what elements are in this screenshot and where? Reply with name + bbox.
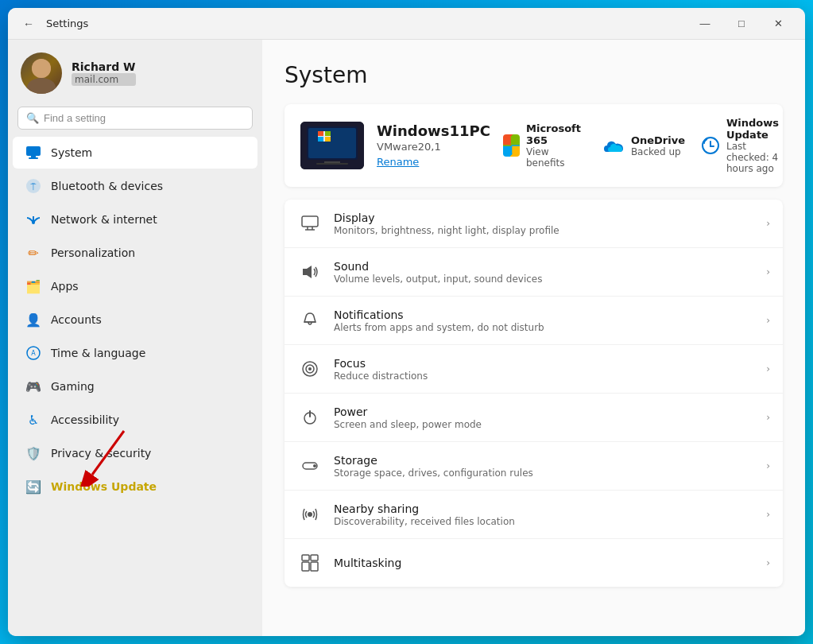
svg-point-40	[313, 464, 316, 467]
notifications-title: Notifications	[334, 308, 755, 321]
accessibility-icon: ♿	[25, 412, 41, 428]
svg-point-2	[32, 59, 51, 78]
focus-title: Focus	[334, 357, 755, 370]
sidebar-item-privacy[interactable]: 🛡️ Privacy & security	[13, 437, 257, 469]
search-icon: 🔍	[26, 112, 39, 124]
svg-rect-23	[503, 137, 511, 145]
multitasking-title: Multitasking	[334, 557, 755, 569]
user-name: Richard W	[72, 60, 136, 73]
svg-point-36	[308, 367, 312, 370]
settings-item-focus[interactable]: Focus Reduce distractions ›	[285, 345, 783, 394]
display-sub: Monitors, brightness, night light, displ…	[334, 225, 755, 236]
nearby-icon	[297, 502, 323, 527]
storage-sub: Storage space, drives, configuration rul…	[334, 467, 755, 479]
settings-item-sound[interactable]: Sound Volume levels, output, input, soun…	[285, 248, 783, 297]
onedrive-service[interactable]: OneDrive Backed up	[602, 117, 685, 174]
svg-rect-45	[311, 562, 318, 571]
display-chevron: ›	[766, 218, 770, 229]
svg-rect-18	[325, 131, 331, 136]
pc-info-card: Windows11PC VMware20,1 Rename	[285, 104, 783, 187]
sidebar-item-apps[interactable]: 🗂️ Apps	[13, 270, 257, 302]
notifications-chevron: ›	[766, 315, 770, 326]
sidebar-label-accessibility: Accessibility	[51, 413, 119, 426]
power-chevron: ›	[766, 412, 770, 423]
search-box[interactable]: 🔍	[17, 107, 253, 130]
focus-icon	[297, 356, 323, 382]
minimize-button[interactable]: —	[687, 11, 722, 37]
svg-rect-25	[503, 146, 511, 154]
multitasking-text: Multitasking	[334, 557, 755, 570]
onedrive-sub: Backed up	[631, 146, 685, 157]
winupdate-icon: 🔄	[25, 479, 41, 495]
settings-item-notifications[interactable]: Notifications Alerts from apps and syste…	[285, 297, 783, 345]
sidebar-item-system[interactable]: System	[13, 137, 257, 169]
notifications-icon	[297, 308, 323, 333]
focus-text: Focus Reduce distractions	[334, 357, 755, 382]
onedrive-icon	[602, 134, 625, 157]
sidebar-item-accessibility[interactable]: ♿ Accessibility	[13, 404, 257, 436]
ms365-service[interactable]: Microsoft 365 View benefits	[503, 117, 587, 174]
time-icon: A	[25, 345, 41, 361]
sidebar-label-personalization: Personalization	[51, 246, 135, 259]
rename-link[interactable]: Rename	[377, 156, 419, 168]
sidebar-item-time[interactable]: A Time & language	[13, 337, 257, 369]
main-content: System	[262, 40, 805, 636]
svg-text:⍑: ⍑	[30, 180, 37, 192]
svg-rect-43	[311, 555, 318, 561]
nearby-chevron: ›	[766, 509, 770, 520]
window-title: Settings	[46, 17, 88, 29]
ms365-icon	[503, 134, 520, 157]
pc-services: Microsoft 365 View benefits OneDri	[503, 117, 782, 174]
focus-chevron: ›	[766, 363, 770, 374]
user-email: mail.com	[72, 73, 136, 86]
svg-rect-21	[324, 161, 340, 163]
settings-item-display[interactable]: Display Monitors, brightness, night ligh…	[285, 200, 783, 248]
settings-item-nearby[interactable]: Nearby sharing Discoverability, received…	[285, 491, 783, 539]
back-button[interactable]: ←	[17, 13, 40, 35]
user-section[interactable]: Richard W mail.com	[8, 40, 262, 103]
multitasking-icon	[297, 550, 323, 576]
sidebar-item-bluetooth[interactable]: ⍑ Bluetooth & devices	[13, 170, 257, 202]
onedrive-name: OneDrive	[631, 134, 685, 146]
storage-icon	[297, 453, 323, 479]
sidebar-item-gaming[interactable]: 🎮 Gaming	[13, 370, 257, 402]
svg-rect-19	[318, 137, 323, 142]
storage-chevron: ›	[766, 460, 770, 471]
maximize-button[interactable]: □	[724, 11, 759, 37]
ms365-info: Microsoft 365 View benefits	[526, 122, 587, 169]
sidebar-label-privacy: Privacy & security	[51, 447, 151, 460]
sound-title: Sound	[334, 260, 755, 273]
svg-rect-4	[31, 156, 36, 157]
settings-item-multitasking[interactable]: Multitasking ›	[285, 539, 783, 587]
close-button[interactable]: ✕	[761, 11, 796, 37]
nearby-title: Nearby sharing	[334, 502, 755, 515]
power-text: Power Screen and sleep, power mode	[334, 405, 755, 430]
winupdate-service[interactable]: Windows Update Last checked: 4 hours ago	[701, 117, 782, 174]
sidebar-item-personalization[interactable]: ✏️ Personalization	[13, 237, 257, 269]
sidebar-label-accounts: Accounts	[51, 313, 102, 326]
sidebar: Richard W mail.com 🔍 System	[8, 40, 262, 636]
storage-title: Storage	[334, 454, 755, 467]
accounts-icon: 👤	[25, 312, 41, 328]
settings-item-storage[interactable]: Storage Storage space, drives, configura…	[285, 442, 783, 491]
content-area: Richard W mail.com 🔍 System	[8, 40, 805, 636]
page-title: System	[285, 62, 783, 88]
settings-item-power[interactable]: Power Screen and sleep, power mode ›	[285, 394, 783, 442]
sound-icon	[297, 259, 323, 285]
user-info: Richard W mail.com	[72, 60, 136, 86]
avatar	[21, 52, 62, 94]
svg-point-8	[32, 221, 35, 224]
sidebar-item-accounts[interactable]: 👤 Accounts	[13, 304, 257, 336]
sidebar-label-network: Network & internet	[51, 213, 157, 226]
search-input[interactable]	[44, 112, 244, 124]
svg-rect-28	[302, 216, 318, 227]
notifications-sub: Alerts from apps and system, do not dist…	[334, 322, 755, 333]
svg-text:A: A	[31, 350, 36, 357]
svg-rect-26	[512, 146, 520, 154]
sidebar-item-winupdate[interactable]: 🔄 Windows Update	[13, 471, 257, 502]
winupdate-service-info: Windows Update Last checked: 4 hours ago	[726, 117, 782, 174]
sidebar-item-network[interactable]: Network & internet	[13, 204, 257, 235]
sidebar-label-system: System	[51, 146, 92, 159]
svg-rect-22	[316, 163, 348, 165]
gaming-icon: 🎮	[25, 378, 41, 394]
